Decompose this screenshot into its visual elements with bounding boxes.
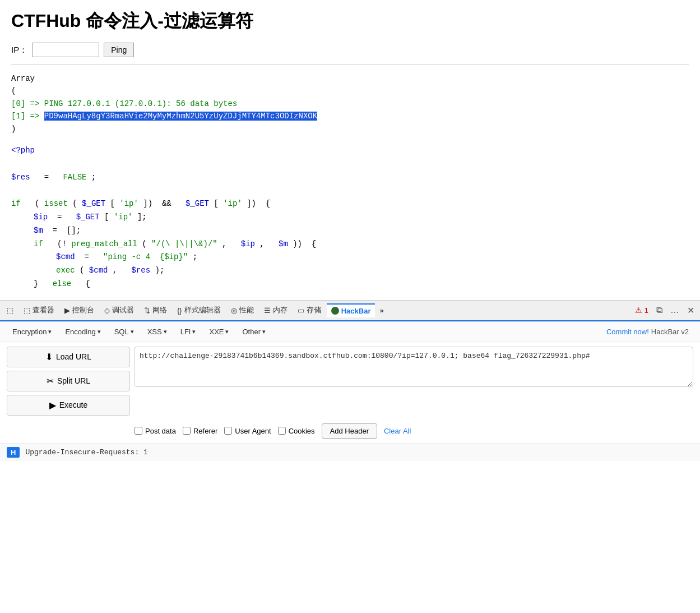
devtools-bar: ⬚ ⬚ 查看器 ▶ 控制台 ◇ 调试器 ⇅ 网络 {} 样式编辑器 ◎ 性能 ☰… — [0, 300, 700, 321]
referer-label: Referer — [193, 427, 217, 435]
console-icon: ▶ — [64, 306, 70, 315]
split-url-button[interactable]: ✂ Split URL — [7, 371, 130, 391]
hackbar-encryption-menu[interactable]: Encryption — [7, 325, 57, 338]
devtools-debugger[interactable]: ◇ 调试器 — [100, 303, 138, 317]
style-editor-icon: {} — [177, 306, 182, 315]
user-agent-check[interactable]: User Agent — [224, 427, 271, 435]
php-else-line: } else { — [11, 278, 689, 291]
xxe-label: XXE — [209, 328, 224, 336]
hackbar-version: HackBar v2 — [651, 328, 693, 336]
hackbar-buttons: ⬇ Load URL ✂ Split URL ▶ Execute — [7, 347, 130, 416]
ip-input[interactable] — [32, 43, 99, 57]
devtools-storage[interactable]: ▭ 存储 — [293, 303, 326, 317]
network-icon: ⇅ — [144, 306, 150, 315]
devtools-dock-toggle[interactable]: ⬚ — [2, 304, 18, 317]
devtools-style-editor[interactable]: {} 样式编辑器 — [173, 303, 225, 317]
hackbar-body: ⬇ Load URL ✂ Split URL ▶ Execute — [0, 342, 700, 420]
post-data-check[interactable]: Post data — [135, 427, 176, 435]
error-icon: ⚠ — [635, 306, 642, 315]
dock-icon: ⧉ — [656, 305, 662, 315]
other-label: Other — [242, 328, 261, 336]
output-line-3: [0] => PING 127.0.0.1 (127.0.0.1): 56 da… — [11, 98, 689, 110]
hackbar-xss-menu[interactable]: XSS — [142, 325, 173, 338]
divider — [11, 64, 689, 64]
ping-button[interactable]: Ping — [104, 43, 134, 57]
devtools-debugger-label: 调试器 — [112, 305, 134, 315]
php-exec-line: exec ( $cmd , $res ); — [11, 264, 689, 278]
output-line-4: [1] => PD9waHAgLy8gY3RmaHVie2MyMyMzhmN2U… — [11, 110, 689, 122]
hackbar-tab-label: HackBar — [341, 307, 371, 315]
load-url-icon: ⬇ — [45, 352, 53, 362]
user-agent-label: User Agent — [235, 427, 271, 435]
load-url-label: Load URL — [56, 352, 91, 361]
hackbar-commit-link[interactable]: Commit now! — [606, 328, 649, 336]
page-title: CTFHub 命令注入-过滤运算符 — [11, 9, 689, 34]
clear-all-link[interactable]: Clear All — [384, 427, 411, 435]
hackbar-tab[interactable]: HackBar — [327, 303, 376, 317]
split-url-label: Split URL — [57, 376, 90, 385]
hackbar-url-area — [135, 347, 693, 389]
devtools-inspector-label: 查看器 — [33, 305, 54, 315]
devtools-close-button[interactable]: ✕ — [684, 303, 698, 318]
devtools-memory[interactable]: ☰ 内存 — [259, 303, 292, 317]
php-if-line: if ( isset ( $_GET [ 'ip' ]) && $_GET [ … — [11, 197, 689, 211]
devtools-more-button[interactable]: » — [376, 304, 387, 317]
cookies-check[interactable]: Cookies — [278, 427, 315, 435]
devtools-performance[interactable]: ◎ 性能 — [226, 303, 258, 317]
output-line-5: ) — [11, 123, 689, 135]
devtools-console-label: 控制台 — [72, 305, 94, 315]
error-count: 1 — [645, 306, 648, 315]
hackbar-url-textarea[interactable] — [135, 347, 693, 387]
php-m-assign: $m = []; — [11, 224, 689, 238]
output-line-4-highlight: PD9waHAgLy8gY3RmaHVie2MyMyMzhmN2U5YzUyZD… — [44, 112, 317, 121]
hackbar-other-menu[interactable]: Other — [237, 325, 271, 338]
ip-label: IP： — [11, 45, 27, 56]
storage-icon: ▭ — [298, 306, 304, 315]
hackbar-sql-menu[interactable]: SQL — [109, 325, 140, 338]
post-data-checkbox[interactable] — [135, 427, 142, 435]
devtools-storage-label: 存储 — [307, 305, 321, 315]
php-cmd-assign: $cmd = "ping -c 4 {$ip}" ; — [11, 251, 689, 264]
devtools-dock-button[interactable]: ⧉ — [653, 303, 666, 317]
hackbar-lfi-menu[interactable]: LFI — [175, 325, 202, 338]
debugger-icon: ◇ — [104, 306, 110, 315]
hackbar-panel: Encryption Encoding SQL XSS LFI XXE Othe… — [0, 321, 700, 461]
referer-checkbox[interactable] — [183, 427, 191, 435]
referer-check[interactable]: Referer — [183, 427, 217, 435]
encoding-label: Encoding — [65, 328, 95, 336]
output-line-2: ( — [11, 85, 689, 97]
hackbar-dot-icon — [331, 307, 339, 315]
devtools-console[interactable]: ▶ 控制台 — [60, 303, 99, 317]
php-tag: <?php — [11, 144, 689, 158]
kebab-icon: … — [670, 305, 679, 315]
output-line-1: Array — [11, 72, 689, 85]
hackbar-xxe-menu[interactable]: XXE — [203, 325, 234, 338]
devtools-style-editor-label: 样式编辑器 — [184, 305, 221, 315]
hackbar-encoding-menu[interactable]: Encoding — [59, 325, 106, 338]
performance-icon: ◎ — [231, 306, 237, 315]
hackbar-footer: H Upgrade-Insecure-Requests: 1 — [0, 443, 700, 461]
devtools-network-label: 网络 — [152, 305, 167, 315]
devtools-memory-label: 内存 — [273, 305, 288, 315]
cookies-label: Cookies — [289, 427, 315, 435]
footer-text: Upgrade-Insecure-Requests: 1 — [25, 448, 147, 457]
output-line-4-pre: [1] => — [11, 112, 44, 121]
php-res-line: $res = FALSE ; — [11, 171, 689, 185]
devtools-network[interactable]: ⇅ 网络 — [140, 303, 171, 317]
split-url-icon: ✂ — [47, 376, 54, 386]
execute-button[interactable]: ▶ Execute — [7, 395, 130, 416]
more-icon: » — [379, 306, 383, 315]
add-header-button[interactable]: Add Header — [322, 423, 377, 439]
close-devtools-icon: ✕ — [687, 306, 694, 315]
lfi-label: LFI — [180, 328, 191, 336]
devtools-inspector[interactable]: ⬚ 查看器 — [19, 303, 59, 317]
cookies-checkbox[interactable] — [278, 427, 286, 435]
output-area: Array ( [0] => PING 127.0.0.1 (127.0.0.1… — [11, 72, 689, 135]
inspector-icon: ⬚ — [24, 306, 30, 315]
devtools-error-badge[interactable]: ⚠ 1 — [632, 303, 652, 317]
php-ip-assign: $ip = $_GET [ 'ip' ]; — [11, 211, 689, 224]
devtools-kebab-menu[interactable]: … — [667, 303, 683, 317]
user-agent-checkbox[interactable] — [224, 427, 232, 435]
load-url-button[interactable]: ⬇ Load URL — [7, 347, 130, 367]
xss-label: XSS — [147, 328, 162, 336]
